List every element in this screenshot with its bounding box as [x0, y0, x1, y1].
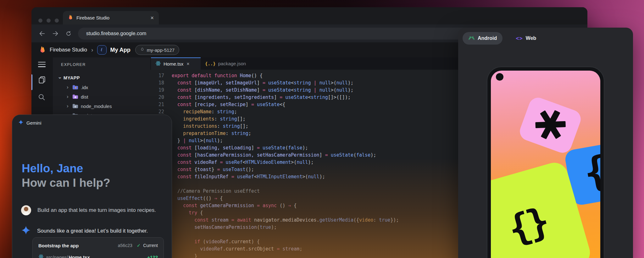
window-dot-icon[interactable] — [47, 19, 51, 23]
code-icon: <> — [516, 35, 523, 41]
android-phone-frame: { {} — [487, 67, 604, 258]
gemini-panel: Gemini Hello, Jane How can I help? Build… — [12, 115, 172, 258]
window-dot-icon[interactable] — [55, 19, 59, 23]
toggle-label: Web — [526, 35, 536, 41]
chat-message-text: Build an app that lets me turn images in… — [37, 207, 156, 213]
toggle-label: Android — [478, 35, 497, 41]
avatar — [21, 205, 31, 215]
window-controls[interactable] — [38, 19, 59, 23]
search-icon[interactable] — [38, 93, 46, 103]
browser-tab[interactable]: Firebase Studio × — [63, 11, 159, 24]
asterisk-tile — [517, 95, 583, 155]
app-prototyper-icon — [97, 45, 107, 55]
chat-message-gemini: Sounds like a great idea! Let’s build it… — [21, 225, 169, 236]
breadcrumb-chevron-icon: › — [91, 46, 93, 53]
greeting-name: Hello, Jane — [22, 161, 110, 176]
close-icon[interactable]: × — [186, 61, 189, 67]
explorer-item-node_modules[interactable]: ›node_modules — [53, 101, 150, 111]
check-icon: ✓ — [137, 243, 141, 248]
gemini-title: Gemini — [26, 120, 42, 126]
preview-toggle: Android<>Web — [463, 32, 542, 45]
root-folder-label: MYAPP — [64, 75, 80, 80]
phone-screen[interactable]: { {} — [491, 71, 600, 258]
explorer-item-dist[interactable]: ›dist — [53, 92, 150, 101]
explorer-item-.idx[interactable]: ›.idx — [53, 83, 150, 92]
preview-panel: Android<>Web { {} — [458, 28, 633, 258]
active-view-indicator — [31, 74, 32, 90]
explorer-tree: › MYAPP ›.idx›dist›node_modules›scripts — [53, 73, 150, 120]
folder-label: node_modules — [81, 104, 112, 109]
menu-icon[interactable] — [38, 62, 46, 67]
url-text: studio.firebase.google.com — [86, 31, 146, 36]
camera-hole — [496, 73, 503, 81]
gemini-greeting: Hello, Jane How can I help? — [22, 161, 110, 190]
project-badge[interactable]: my-app-5127 — [135, 45, 179, 55]
chevron-right-icon: › — [67, 103, 70, 109]
folder-label: dist — [81, 94, 88, 99]
browser-titlebar: Firebase Studio × — [31, 7, 587, 24]
gemini-spark-icon — [18, 120, 24, 126]
chat-message-user: Build an app that lets me turn images in… — [21, 205, 169, 215]
file-name: Home.tsx — [69, 255, 145, 258]
app-name[interactable]: My App — [110, 47, 130, 53]
droplet-icon — [140, 47, 145, 53]
window-dot-icon[interactable] — [38, 19, 42, 23]
back-icon[interactable] — [38, 30, 46, 37]
preview-toggle-web[interactable]: <>Web — [510, 32, 542, 45]
status-badge: Current — [143, 243, 158, 248]
explorer-title: EXPLORER — [61, 62, 150, 67]
firebase-flame-icon — [68, 14, 73, 21]
brand-label[interactable]: Firebase Studio — [50, 47, 87, 53]
explorer-root-myapp[interactable]: › MYAPP — [53, 73, 150, 83]
react-icon — [155, 61, 161, 67]
firebase-flame-icon — [39, 46, 46, 54]
chevron-down-icon: › — [57, 77, 63, 79]
forward-icon[interactable] — [52, 30, 59, 37]
file-path-prefix: src/pages/ — [46, 255, 68, 258]
line-number: 18 — [155, 79, 164, 87]
android-icon — [468, 35, 475, 41]
preview-toggle-android[interactable]: Android — [463, 32, 502, 45]
line-number: 19 — [155, 87, 164, 94]
tab-package-json[interactable]: {..} package.json — [201, 57, 250, 70]
card-title: Bootstrap the app — [38, 243, 115, 248]
commit-hash: a56c23 — [118, 243, 132, 248]
chevron-right-icon: › — [67, 84, 70, 90]
diff-count: +122 — [147, 255, 158, 258]
tab-home-tsx[interactable]: Home.tsx × — [151, 57, 201, 70]
chevron-right-icon: › — [67, 94, 70, 100]
brace-glyph: { — [580, 146, 600, 196]
asterisk-icon — [531, 105, 570, 145]
bootstrap-card[interactable]: Bootstrap the app a56c23 ✓ Current src/p… — [32, 237, 164, 258]
line-number: 17 — [155, 72, 164, 79]
tab-label: package.json — [218, 61, 246, 66]
page-background: Firebase Studio × studio.firebase.google… — [0, 0, 644, 258]
chat-message-text: Sounds like a great idea! Let’s build it… — [37, 228, 148, 234]
folder-icon — [72, 104, 78, 109]
reload-icon[interactable] — [65, 30, 72, 37]
line-number: 21 — [155, 101, 164, 108]
tab-label: Home.tsx — [164, 61, 183, 67]
gemini-header: Gemini — [12, 115, 172, 126]
folder-icon — [72, 94, 78, 99]
project-id: my-app-5127 — [147, 47, 175, 53]
braces-glyph: {} — [503, 200, 551, 251]
tab-close-icon[interactable]: × — [150, 15, 154, 21]
files-icon[interactable] — [38, 76, 46, 85]
browser-tab-title: Firebase Studio — [76, 15, 147, 20]
greeting-question: How can I help? — [22, 176, 110, 190]
line-number: 20 — [155, 94, 164, 101]
changed-file-row[interactable]: src/pages/ Home.tsx +122 — [38, 254, 158, 258]
folder-label: .idx — [81, 85, 88, 90]
braces-icon: {..} — [205, 61, 216, 66]
folder-icon — [72, 85, 78, 90]
gemini-spark-icon — [21, 225, 31, 236]
react-icon — [38, 254, 44, 258]
